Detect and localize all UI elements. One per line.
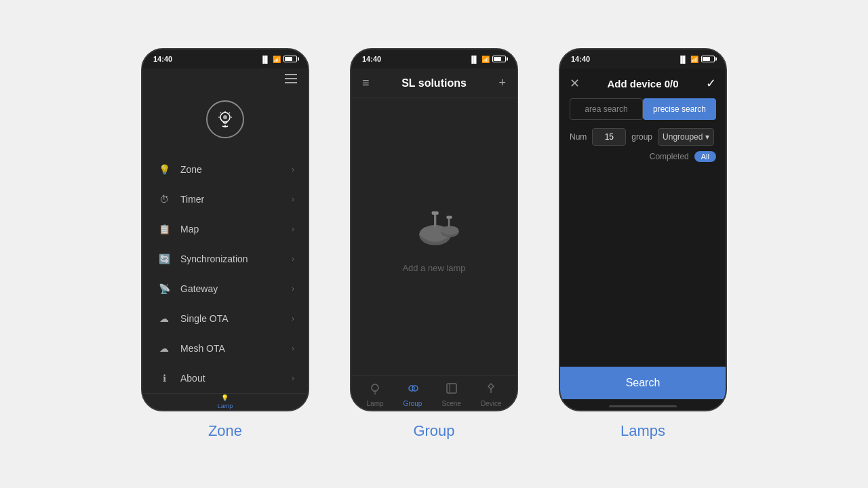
device-tab-icon-2 xyxy=(484,382,498,399)
wifi-icon-2: 📶 xyxy=(481,56,490,63)
chevron-icon: › xyxy=(292,254,294,264)
about-icon: ℹ xyxy=(156,373,172,384)
group-label: group xyxy=(631,132,652,142)
svg-rect-5 xyxy=(434,214,436,227)
scene-tab-icon-2 xyxy=(445,382,458,399)
menu-about-label: About xyxy=(180,373,205,384)
battery-icon-3 xyxy=(701,56,715,62)
menu-single-ota-label: Single OTA xyxy=(180,313,229,324)
status-bar-2: 14:40 ▐▌ 📶 xyxy=(351,49,517,68)
nav-title-2: SL solutions xyxy=(401,77,467,89)
search-tabs: area search precise search xyxy=(570,98,716,120)
chevron-icon: › xyxy=(292,195,294,204)
phone3-screen: ✕ Add device 0/0 ✓ area search precise s… xyxy=(560,68,726,411)
lamp-tab-text-2: Lamp xyxy=(367,400,384,407)
map-icon: 📋 xyxy=(156,224,172,235)
phone3-label: Lamps xyxy=(620,422,665,440)
phone2-screen: ≡ SL solutions + xyxy=(351,68,517,411)
close-button[interactable]: ✕ xyxy=(570,76,580,91)
group-tab-icon-2 xyxy=(406,382,420,399)
lamp-tab-label: Lamp xyxy=(218,403,233,409)
header-title-3: Add device 0/0 xyxy=(607,78,678,89)
menu-item-about[interactable]: ℹ About › xyxy=(148,363,302,393)
phone2-label: Group xyxy=(413,422,454,440)
phone1-wrapper: 14:40 ▐▌ 📶 xyxy=(141,48,309,440)
tab-lamp-2[interactable]: Lamp xyxy=(361,379,389,410)
phone3-wrapper: 14:40 ▐▌ 📶 ✕ Add device 0/0 ✓ area searc… xyxy=(559,48,727,440)
num-input[interactable] xyxy=(592,128,626,146)
menu-item-gateway[interactable]: 📡 Gateway › xyxy=(148,274,302,304)
phone2-wrapper: 14:40 ▐▌ 📶 ≡ SL solutions + xyxy=(350,48,518,440)
sync-icon: 🔄 xyxy=(156,253,172,264)
tab-lamp[interactable]: 💡 Lamp xyxy=(218,394,233,409)
bottom-bar-1: 💡 Lamp xyxy=(142,393,308,411)
tab-device-2[interactable]: Device xyxy=(475,379,507,410)
wifi-icon: 📶 xyxy=(273,56,281,63)
time-3: 14:40 xyxy=(571,55,590,63)
gateway-icon: 📡 xyxy=(156,283,172,294)
lamp-illustration xyxy=(400,201,468,255)
signal-icon: ▐▌ xyxy=(260,56,270,63)
menu-timer-label: Timer xyxy=(180,194,204,205)
home-indicator-3 xyxy=(560,399,726,411)
menu-item-mesh-ota[interactable]: ☁ Mesh OTA › xyxy=(148,333,302,363)
single-ota-icon: ☁ xyxy=(156,313,172,324)
scene-tab-text-2: Scene xyxy=(441,400,460,407)
chevron-icon: › xyxy=(292,314,294,323)
signal-icon-2: ▐▌ xyxy=(469,56,479,63)
precise-search-tab[interactable]: precise search xyxy=(643,98,716,120)
hamburger-menu[interactable] xyxy=(285,74,297,83)
confirm-button[interactable]: ✓ xyxy=(706,76,716,91)
add-lamp-text: Add a new lamp xyxy=(402,263,465,273)
menu-zone-label: Zone xyxy=(180,164,202,175)
dropdown-chevron-icon: ▾ xyxy=(705,132,709,142)
menu-item-map[interactable]: 📋 Map › xyxy=(148,214,302,244)
phone1: 14:40 ▐▌ 📶 xyxy=(141,48,309,411)
lamp-tab-icon-2 xyxy=(368,382,382,399)
content-area-2: Add a new lamp xyxy=(351,98,517,375)
svg-rect-13 xyxy=(447,384,456,393)
status-icons-2: ▐▌ 📶 xyxy=(469,56,506,63)
status-icons-3: ▐▌ 📶 xyxy=(678,56,715,63)
area-search-tab[interactable]: area search xyxy=(570,98,643,120)
menu-gateway-label: Gateway xyxy=(180,283,218,294)
all-badge[interactable]: All xyxy=(694,151,716,162)
top-bar-1 xyxy=(142,68,308,89)
menu-item-zone[interactable]: 💡 Zone › xyxy=(148,155,302,184)
chevron-icon: › xyxy=(292,344,294,353)
zone-icon: 💡 xyxy=(156,164,172,175)
menu-item-timer[interactable]: ⏱ Timer › xyxy=(148,184,302,214)
app-logo xyxy=(206,100,244,138)
phone1-screen: 💡 Zone › ⏱ Timer › 📋 Map › 🔄 Synchroniza… xyxy=(142,68,308,411)
phone2: 14:40 ▐▌ 📶 ≡ SL solutions + xyxy=(350,48,518,411)
chevron-icon: › xyxy=(292,224,294,234)
menu-map-label: Map xyxy=(180,224,199,235)
completed-row: Completed All xyxy=(560,148,726,165)
chevron-icon: › xyxy=(292,165,294,174)
battery-icon-2 xyxy=(492,56,506,62)
status-bar-3: 14:40 ▐▌ 📶 xyxy=(560,49,726,68)
search-button[interactable]: Search xyxy=(560,367,726,399)
menu-mesh-ota-label: Mesh OTA xyxy=(180,343,225,354)
signal-icon-3: ▐▌ xyxy=(678,56,688,63)
num-label: Num xyxy=(570,132,587,142)
hamburger-icon-2[interactable]: ≡ xyxy=(362,76,370,90)
group-value: Ungrouped xyxy=(663,132,703,142)
search-button-label: Search xyxy=(626,377,660,389)
menu-item-single-ota[interactable]: ☁ Single OTA › xyxy=(148,304,302,333)
group-select[interactable]: Ungrouped ▾ xyxy=(658,128,714,146)
tab-scene-2[interactable]: Scene xyxy=(436,379,466,410)
wifi-icon-3: 📶 xyxy=(690,56,698,63)
logo-section xyxy=(142,89,308,155)
menu-item-sync[interactable]: 🔄 Synchronization › xyxy=(148,244,302,274)
menu-sync-label: Synchronization xyxy=(180,253,248,264)
lamp-tab-icon: 💡 xyxy=(221,394,229,401)
add-icon-2[interactable]: + xyxy=(498,76,506,90)
status-icons-1: ▐▌ 📶 xyxy=(260,56,297,63)
group-tab-text-2: Group xyxy=(403,400,422,407)
svg-point-2 xyxy=(223,115,227,119)
phone3-content-area xyxy=(560,165,726,367)
timer-icon: ⏱ xyxy=(156,194,172,205)
tab-group-2[interactable]: Group xyxy=(398,379,428,410)
svg-rect-6 xyxy=(448,218,450,226)
